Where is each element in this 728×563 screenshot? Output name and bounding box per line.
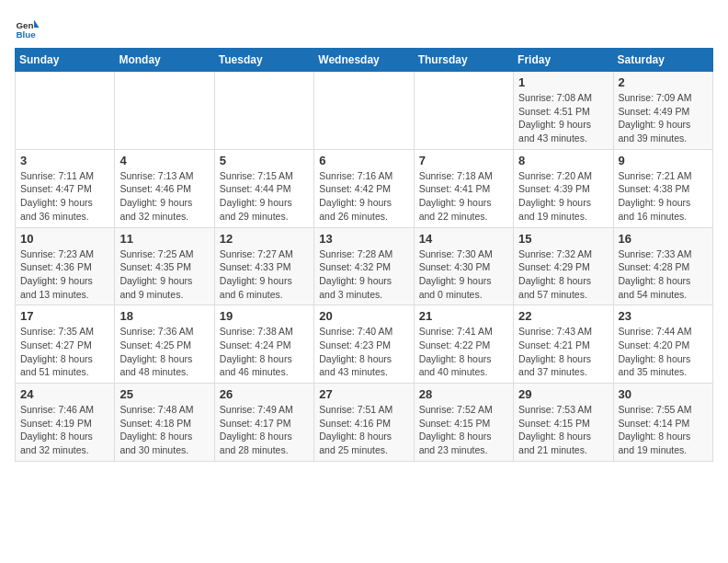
day-info: Sunrise: 7:33 AM Sunset: 4:28 PM Dayligh… xyxy=(619,247,708,302)
calendar-cell xyxy=(115,72,214,150)
calendar-week-row: 10 Sunrise: 7:23 AM Sunset: 4:36 PM Dayl… xyxy=(16,227,713,305)
day-number: 1 xyxy=(518,75,608,89)
day-number: 18 xyxy=(119,309,209,323)
calendar-cell: 27 Sunrise: 7:51 AM Sunset: 4:16 PM Dayl… xyxy=(314,384,414,462)
calendar-cell: 24 Sunrise: 7:46 AM Sunset: 4:19 PM Dayl… xyxy=(16,384,115,462)
calendar-cell: 20 Sunrise: 7:40 AM Sunset: 4:23 PM Dayl… xyxy=(314,305,414,384)
calendar-cell: 19 Sunrise: 7:38 AM Sunset: 4:24 PM Dayl… xyxy=(214,305,313,384)
weekday-header: Saturday xyxy=(613,49,712,72)
calendar-header-row: SundayMondayTuesdayWednesdayThursdayFrid… xyxy=(16,49,713,72)
day-info: Sunrise: 7:53 AM Sunset: 4:15 PM Dayligh… xyxy=(518,403,608,457)
calendar-cell: 23 Sunrise: 7:44 AM Sunset: 4:20 PM Dayl… xyxy=(613,305,712,384)
calendar-cell: 17 Sunrise: 7:35 AM Sunset: 4:27 PM Dayl… xyxy=(16,305,115,384)
calendar-cell: 15 Sunrise: 7:32 AM Sunset: 4:29 PM Dayl… xyxy=(514,227,613,305)
logo-icon: Gen Blue xyxy=(15,15,40,40)
day-number: 17 xyxy=(20,309,109,323)
calendar-cell xyxy=(16,72,115,150)
day-info: Sunrise: 7:20 AM Sunset: 4:39 PM Dayligh… xyxy=(518,169,608,224)
day-number: 14 xyxy=(419,232,508,246)
calendar-cell xyxy=(314,72,414,150)
svg-text:Blue: Blue xyxy=(16,29,36,40)
day-number: 10 xyxy=(20,232,109,246)
calendar-cell: 5 Sunrise: 7:15 AM Sunset: 4:44 PM Dayli… xyxy=(214,149,313,227)
day-info: Sunrise: 7:21 AM Sunset: 4:38 PM Dayligh… xyxy=(619,169,708,224)
day-info: Sunrise: 7:28 AM Sunset: 4:32 PM Dayligh… xyxy=(319,247,408,302)
day-info: Sunrise: 7:51 AM Sunset: 4:16 PM Dayligh… xyxy=(319,403,408,457)
day-info: Sunrise: 7:38 AM Sunset: 4:24 PM Dayligh… xyxy=(220,325,309,379)
day-number: 8 xyxy=(518,154,608,167)
day-number: 28 xyxy=(419,387,508,401)
day-number: 9 xyxy=(619,154,708,167)
day-number: 30 xyxy=(619,387,708,401)
weekday-header: Friday xyxy=(514,49,613,72)
day-number: 7 xyxy=(419,154,508,167)
calendar-cell: 21 Sunrise: 7:41 AM Sunset: 4:22 PM Dayl… xyxy=(414,305,513,384)
day-info: Sunrise: 7:30 AM Sunset: 4:30 PM Dayligh… xyxy=(419,247,508,302)
day-info: Sunrise: 7:49 AM Sunset: 4:17 PM Dayligh… xyxy=(220,403,309,457)
calendar-cell: 2 Sunrise: 7:09 AM Sunset: 4:49 PM Dayli… xyxy=(613,72,712,150)
calendar-cell: 6 Sunrise: 7:16 AM Sunset: 4:42 PM Dayli… xyxy=(314,149,414,227)
calendar-cell: 25 Sunrise: 7:48 AM Sunset: 4:18 PM Dayl… xyxy=(115,384,214,462)
day-info: Sunrise: 7:44 AM Sunset: 4:20 PM Dayligh… xyxy=(619,325,708,379)
calendar: SundayMondayTuesdayWednesdayThursdayFrid… xyxy=(15,48,713,462)
day-info: Sunrise: 7:13 AM Sunset: 4:46 PM Dayligh… xyxy=(119,169,209,224)
calendar-cell: 18 Sunrise: 7:36 AM Sunset: 4:25 PM Dayl… xyxy=(115,305,214,384)
day-number: 26 xyxy=(220,387,309,401)
calendar-week-row: 3 Sunrise: 7:11 AM Sunset: 4:47 PM Dayli… xyxy=(16,149,713,227)
day-info: Sunrise: 7:40 AM Sunset: 4:23 PM Dayligh… xyxy=(319,325,408,379)
day-number: 15 xyxy=(518,232,608,246)
day-info: Sunrise: 7:35 AM Sunset: 4:27 PM Dayligh… xyxy=(20,325,109,379)
day-info: Sunrise: 7:15 AM Sunset: 4:44 PM Dayligh… xyxy=(220,169,309,224)
day-info: Sunrise: 7:09 AM Sunset: 4:49 PM Dayligh… xyxy=(619,91,708,145)
day-number: 5 xyxy=(220,154,309,167)
weekday-header: Tuesday xyxy=(214,49,313,72)
calendar-cell: 8 Sunrise: 7:20 AM Sunset: 4:39 PM Dayli… xyxy=(514,149,613,227)
calendar-cell: 12 Sunrise: 7:27 AM Sunset: 4:33 PM Dayl… xyxy=(214,227,313,305)
day-number: 19 xyxy=(220,309,309,323)
day-info: Sunrise: 7:55 AM Sunset: 4:14 PM Dayligh… xyxy=(619,403,708,457)
weekday-header: Wednesday xyxy=(314,49,414,72)
day-number: 13 xyxy=(319,232,408,246)
day-info: Sunrise: 7:52 AM Sunset: 4:15 PM Dayligh… xyxy=(419,403,508,457)
day-info: Sunrise: 7:08 AM Sunset: 4:51 PM Dayligh… xyxy=(518,91,608,145)
day-number: 11 xyxy=(119,232,209,246)
logo: Gen Blue xyxy=(15,15,44,40)
calendar-cell: 7 Sunrise: 7:18 AM Sunset: 4:41 PM Dayli… xyxy=(414,149,513,227)
day-number: 20 xyxy=(319,309,408,323)
day-info: Sunrise: 7:23 AM Sunset: 4:36 PM Dayligh… xyxy=(20,247,109,302)
calendar-week-row: 24 Sunrise: 7:46 AM Sunset: 4:19 PM Dayl… xyxy=(16,384,713,462)
day-info: Sunrise: 7:36 AM Sunset: 4:25 PM Dayligh… xyxy=(119,325,209,379)
day-info: Sunrise: 7:27 AM Sunset: 4:33 PM Dayligh… xyxy=(220,247,309,302)
weekday-header: Sunday xyxy=(16,49,115,72)
header: Gen Blue xyxy=(15,15,713,40)
calendar-cell: 13 Sunrise: 7:28 AM Sunset: 4:32 PM Dayl… xyxy=(314,227,414,305)
calendar-cell: 4 Sunrise: 7:13 AM Sunset: 4:46 PM Dayli… xyxy=(115,149,214,227)
calendar-cell: 9 Sunrise: 7:21 AM Sunset: 4:38 PM Dayli… xyxy=(613,149,712,227)
day-number: 24 xyxy=(20,387,109,401)
calendar-cell: 1 Sunrise: 7:08 AM Sunset: 4:51 PM Dayli… xyxy=(514,72,613,150)
calendar-cell: 22 Sunrise: 7:43 AM Sunset: 4:21 PM Dayl… xyxy=(514,305,613,384)
calendar-cell: 16 Sunrise: 7:33 AM Sunset: 4:28 PM Dayl… xyxy=(613,227,712,305)
calendar-cell: 14 Sunrise: 7:30 AM Sunset: 4:30 PM Dayl… xyxy=(414,227,513,305)
calendar-week-row: 1 Sunrise: 7:08 AM Sunset: 4:51 PM Dayli… xyxy=(16,72,713,150)
day-info: Sunrise: 7:16 AM Sunset: 4:42 PM Dayligh… xyxy=(319,169,408,224)
calendar-cell xyxy=(214,72,313,150)
day-info: Sunrise: 7:48 AM Sunset: 4:18 PM Dayligh… xyxy=(119,403,209,457)
day-number: 29 xyxy=(518,387,608,401)
calendar-cell: 10 Sunrise: 7:23 AM Sunset: 4:36 PM Dayl… xyxy=(16,227,115,305)
day-number: 25 xyxy=(119,387,209,401)
calendar-cell: 29 Sunrise: 7:53 AM Sunset: 4:15 PM Dayl… xyxy=(514,384,613,462)
day-number: 27 xyxy=(319,387,408,401)
svg-marker-2 xyxy=(34,20,40,28)
day-info: Sunrise: 7:41 AM Sunset: 4:22 PM Dayligh… xyxy=(419,325,508,379)
day-info: Sunrise: 7:32 AM Sunset: 4:29 PM Dayligh… xyxy=(518,247,608,302)
calendar-week-row: 17 Sunrise: 7:35 AM Sunset: 4:27 PM Dayl… xyxy=(16,305,713,384)
calendar-cell xyxy=(414,72,513,150)
day-number: 6 xyxy=(319,154,408,167)
calendar-cell: 26 Sunrise: 7:49 AM Sunset: 4:17 PM Dayl… xyxy=(214,384,313,462)
day-info: Sunrise: 7:25 AM Sunset: 4:35 PM Dayligh… xyxy=(119,247,209,302)
day-info: Sunrise: 7:18 AM Sunset: 4:41 PM Dayligh… xyxy=(419,169,508,224)
day-number: 2 xyxy=(619,75,708,89)
day-number: 3 xyxy=(20,154,109,167)
day-info: Sunrise: 7:43 AM Sunset: 4:21 PM Dayligh… xyxy=(518,325,608,379)
